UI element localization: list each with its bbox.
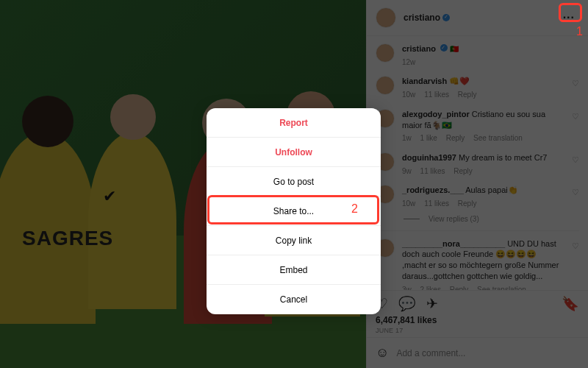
app-root: SAGRES ✔ cristiano ··· cristiano 🇵🇹 12w [0, 0, 588, 368]
menu-cancel[interactable]: Cancel [207, 285, 381, 314]
menu-report[interactable]: Report [207, 108, 381, 138]
menu-unfollow[interactable]: Unfollow [207, 138, 381, 167]
annotation-label-1: 1 [576, 25, 583, 38]
menu-go-to-post[interactable]: Go to post [207, 167, 381, 197]
menu-copy-link[interactable]: Copy link [207, 226, 381, 255]
annotation-label-2: 2 [351, 202, 358, 216]
menu-embed[interactable]: Embed [207, 255, 381, 285]
